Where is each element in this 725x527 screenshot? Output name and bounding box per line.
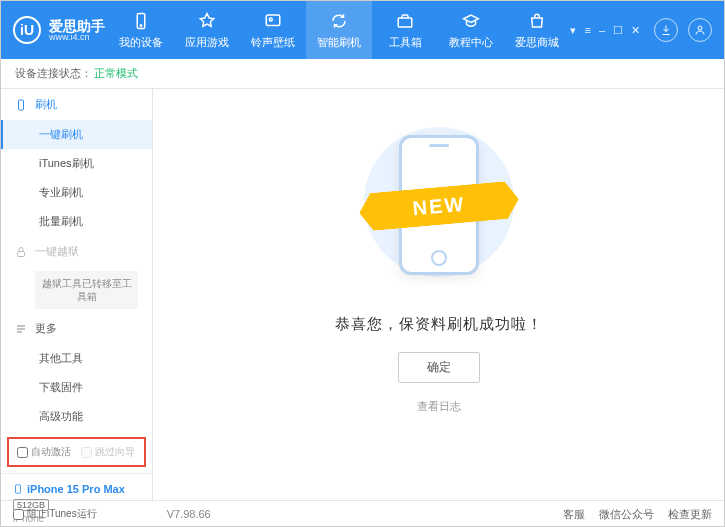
success-message: 恭喜您，保资料刷机成功啦！ <box>335 315 543 334</box>
nav-my-device[interactable]: 我的设备 <box>108 1 174 59</box>
main-content: NEW 恭喜您，保资料刷机成功啦！ 确定 查看日志 <box>153 89 724 500</box>
logo-icon: iU <box>13 16 41 44</box>
footer-wechat[interactable]: 微信公众号 <box>599 507 654 522</box>
sidebar-item-advanced[interactable]: 高级功能 <box>1 402 152 431</box>
image-icon <box>263 11 283 31</box>
svg-rect-6 <box>19 100 24 110</box>
sidebar-item-pro[interactable]: 专业刷机 <box>1 178 152 207</box>
maximize-icon[interactable]: ☐ <box>613 24 623 37</box>
jailbreak-note: 越狱工具已转移至工具箱 <box>35 271 138 309</box>
sidebar-item-firmware[interactable]: 下载固件 <box>1 373 152 402</box>
status-label: 设备连接状态： <box>15 66 92 81</box>
list-icon <box>15 323 27 335</box>
version-text: V7.98.66 <box>167 508 211 520</box>
svg-point-1 <box>141 24 143 26</box>
svg-rect-7 <box>18 251 25 256</box>
svg-rect-8 <box>16 485 21 493</box>
user-button[interactable] <box>688 18 712 42</box>
nav-apps[interactable]: 应用游戏 <box>174 1 240 59</box>
device-phone-icon <box>13 482 23 496</box>
ok-button[interactable]: 确定 <box>398 352 480 383</box>
skin-icon[interactable]: ≡ <box>584 24 590 37</box>
sidebar-item-oneclick[interactable]: 一键刷机 <box>1 120 152 149</box>
nav-tutorials[interactable]: 教程中心 <box>438 1 504 59</box>
toolbox-icon <box>395 11 415 31</box>
sidebar-group-jailbreak: 一键越狱 <box>1 236 152 267</box>
footer-support[interactable]: 客服 <box>563 507 585 522</box>
nav-toolbox[interactable]: 工具箱 <box>372 1 438 59</box>
nav-mall[interactable]: 爱思商城 <box>504 1 570 59</box>
block-itunes-checkbox[interactable]: 阻止iTunes运行 <box>13 507 97 521</box>
app-title: 爱思助手 <box>49 19 105 33</box>
status-value: 正常模式 <box>94 66 138 81</box>
phone-icon <box>131 11 151 31</box>
auto-activate-checkbox[interactable]: 自动激活 <box>17 445 71 459</box>
svg-point-5 <box>698 26 702 30</box>
menu-icon[interactable]: ▾ <box>570 24 576 37</box>
sidebar-item-other[interactable]: 其他工具 <box>1 344 152 373</box>
checkbox-highlight-box: 自动激活 跳过向导 <box>7 437 146 467</box>
download-button[interactable] <box>654 18 678 42</box>
sidebar-group-more[interactable]: 更多 <box>1 313 152 344</box>
flash-icon <box>15 99 27 111</box>
skip-guide-checkbox[interactable]: 跳过向导 <box>81 445 135 459</box>
svg-rect-2 <box>267 15 281 26</box>
nav-tabs: 我的设备 应用游戏 铃声壁纸 智能刷机 工具箱 教程中心 爱思商城 <box>108 1 570 59</box>
svg-rect-4 <box>399 18 413 27</box>
success-illustration: NEW <box>349 117 529 297</box>
footer-update[interactable]: 检查更新 <box>668 507 712 522</box>
refresh-icon <box>329 11 349 31</box>
svg-point-3 <box>270 18 273 21</box>
sidebar-item-itunes[interactable]: iTunes刷机 <box>1 149 152 178</box>
view-log-link[interactable]: 查看日志 <box>417 399 461 414</box>
logo-area: iU 爱思助手 www.i4.cn <box>13 16 108 44</box>
graduation-icon <box>461 11 481 31</box>
status-bar: 设备连接状态： 正常模式 <box>1 59 724 89</box>
window-controls: ▾ ≡ – ☐ ✕ <box>570 24 640 37</box>
sidebar-group-flash[interactable]: 刷机 <box>1 89 152 120</box>
nav-ringtones[interactable]: 铃声壁纸 <box>240 1 306 59</box>
device-name-text: iPhone 15 Pro Max <box>27 483 125 495</box>
sidebar: 刷机 一键刷机 iTunes刷机 专业刷机 批量刷机 一键越狱 越狱工具已转移至… <box>1 89 153 500</box>
sidebar-item-batch[interactable]: 批量刷机 <box>1 207 152 236</box>
minimize-icon[interactable]: – <box>599 24 605 37</box>
close-icon[interactable]: ✕ <box>631 24 640 37</box>
app-header: iU 爱思助手 www.i4.cn 我的设备 应用游戏 铃声壁纸 智能刷机 工具… <box>1 1 724 59</box>
app-url: www.i4.cn <box>49 33 105 42</box>
appstore-icon <box>197 11 217 31</box>
lock-icon <box>15 246 27 258</box>
nav-flash[interactable]: 智能刷机 <box>306 1 372 59</box>
bag-icon <box>527 11 547 31</box>
